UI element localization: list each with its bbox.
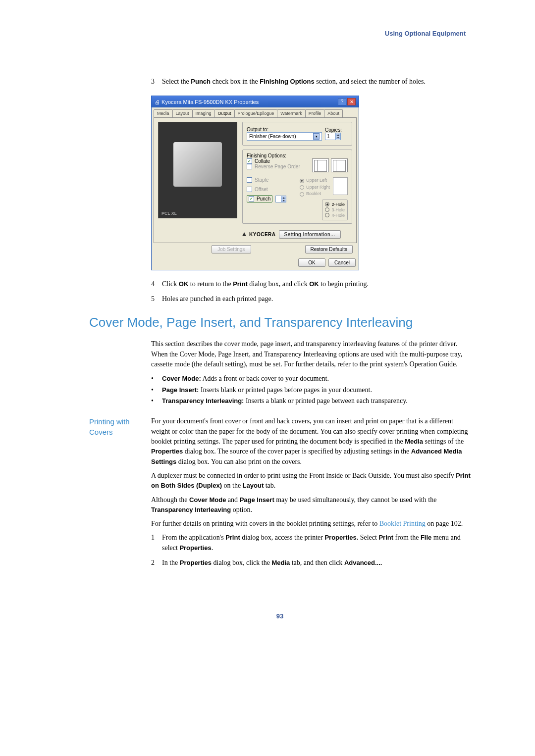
bold-ok: OK bbox=[179, 280, 189, 288]
link-booklet-printing[interactable]: Booklet Printing bbox=[379, 520, 426, 527]
tab-watermark[interactable]: Watermark bbox=[277, 109, 306, 117]
step-number: 3 bbox=[151, 77, 162, 87]
tab-layout[interactable]: Layout bbox=[172, 109, 193, 117]
collate-icon-1 bbox=[312, 158, 329, 172]
logo-text: KYOCERA bbox=[249, 232, 276, 237]
staple-label: Staple bbox=[255, 177, 268, 183]
chapter-header: Using Optional Equipment bbox=[89, 30, 471, 37]
tab-imaging[interactable]: Imaging bbox=[192, 109, 215, 117]
restore-defaults-button[interactable]: Restore Defaults bbox=[305, 245, 353, 253]
covers-p2: A duplexer must be connected in order to… bbox=[151, 471, 471, 491]
tab-output[interactable]: Output bbox=[214, 109, 235, 117]
reverse-checkbox[interactable]: Reverse Page Order bbox=[247, 164, 300, 169]
bold-file: File bbox=[421, 534, 431, 541]
covers-step-1: 1 From the application's Print dialog bo… bbox=[151, 533, 471, 553]
collate-icon-2 bbox=[331, 158, 348, 172]
help-button[interactable]: ? bbox=[338, 98, 346, 105]
step-number: 5 bbox=[151, 294, 162, 304]
text: dialog box. The source of the cover pape… bbox=[183, 448, 411, 455]
cancel-button[interactable]: Cancel bbox=[328, 258, 356, 267]
step-text: In the Properties dialog box, click the … bbox=[162, 558, 471, 568]
staple-checkbox[interactable]: Staple bbox=[247, 177, 295, 183]
punch-checkbox[interactable]: ✓Punch bbox=[247, 195, 272, 202]
text: Although the bbox=[151, 496, 189, 504]
radio-4hole[interactable]: 4-Hole bbox=[331, 213, 345, 218]
text: dialog box. You can also print on the co… bbox=[176, 458, 302, 465]
text: . bbox=[212, 544, 214, 552]
text: tab. bbox=[264, 482, 275, 489]
close-button[interactable]: ✕ bbox=[347, 98, 356, 105]
bullet-page-insert: • Page Insert: Inserts blank or printed … bbox=[151, 385, 471, 396]
punch-label: Punch bbox=[257, 196, 270, 202]
radio-3hole[interactable]: 3-Hole bbox=[331, 207, 345, 212]
step-text: Holes are punched in each printed page. bbox=[162, 294, 471, 304]
ok-button[interactable]: OK bbox=[298, 258, 325, 267]
text: In the bbox=[162, 559, 180, 566]
text: dialog box, and click bbox=[248, 280, 309, 288]
setting-information-button[interactable]: Setting Information... bbox=[279, 230, 341, 239]
text: to return to the bbox=[188, 280, 233, 288]
collate-label: Collate bbox=[255, 158, 270, 164]
printer-preview: PCL XL bbox=[158, 122, 237, 218]
radio-booklet[interactable]: Booklet bbox=[306, 191, 321, 198]
printer-image bbox=[173, 142, 222, 187]
radio-upper-left[interactable]: Upper Left bbox=[306, 177, 327, 184]
bold-transparency2: Transparency Interleaving bbox=[151, 506, 231, 513]
side-heading-printing-covers: Printing with Covers bbox=[89, 416, 151, 573]
finishing-options-label: Finishing Options: bbox=[247, 153, 348, 158]
tab-prologue[interactable]: Prologue/Epilogue bbox=[234, 109, 278, 117]
copies-spinner[interactable]: 1 ▲▼ bbox=[325, 133, 341, 140]
bold-print: Print bbox=[225, 534, 240, 541]
tab-media[interactable]: Media bbox=[154, 109, 173, 117]
output-to-select[interactable]: Finisher (Face-down) ▾ bbox=[247, 132, 322, 141]
page-number: 93 bbox=[89, 612, 471, 620]
text: check box in the bbox=[211, 78, 260, 85]
position-preview bbox=[333, 177, 348, 195]
hole-options: 2-Hole 3-Hole 4-Hole bbox=[322, 200, 348, 220]
text: dialog box, access the printer bbox=[240, 534, 325, 541]
radio-upper-right[interactable]: Upper Right bbox=[306, 184, 330, 191]
printer-icon: 🖨 bbox=[155, 99, 161, 105]
pcl-label: PCL XL bbox=[159, 209, 180, 218]
staple-position-radios: Upper Left Upper Right Booklet bbox=[300, 177, 330, 198]
bold-cover-mode: Cover Mode: bbox=[162, 375, 201, 382]
reverse-label: Reverse Page Order bbox=[255, 164, 300, 169]
offset-checkbox[interactable]: Offset bbox=[247, 187, 295, 192]
radio-2hole[interactable]: 2-Hole bbox=[331, 202, 345, 207]
copies-label: Copies: bbox=[325, 127, 348, 133]
bold-transparency: Transparency Interleaving: bbox=[162, 397, 244, 404]
bold-cover-mode2: Cover Mode bbox=[189, 496, 226, 504]
step-number: 1 bbox=[151, 533, 162, 553]
text: . Select bbox=[357, 534, 379, 541]
step-number: 4 bbox=[151, 279, 162, 289]
dialog-titlebar[interactable]: 🖨 Kyocera Mita FS-9500DN KX Properties ?… bbox=[152, 96, 359, 107]
tab-about[interactable]: About bbox=[324, 109, 343, 117]
text: Inserts a blank or printed page between … bbox=[244, 397, 407, 404]
bullet-cover-mode: • Cover Mode: Adds a front or back cover… bbox=[151, 373, 471, 384]
text: on the bbox=[222, 482, 243, 489]
bold-page-insert: Page Insert: bbox=[162, 386, 199, 394]
text: dialog box, click the bbox=[212, 559, 271, 566]
covers-p1: For your document's front cover or front… bbox=[151, 416, 471, 466]
text: Adds a front or back cover to your docum… bbox=[201, 375, 329, 382]
covers-p4: For further details on printing with cov… bbox=[151, 519, 471, 529]
down-arrow-icon[interactable]: ▼ bbox=[281, 199, 286, 202]
collate-checkbox[interactable]: ✓Collate bbox=[247, 158, 300, 164]
bold-page-insert2: Page Insert bbox=[240, 496, 274, 504]
step-text: Select the Punch check box in the Finish… bbox=[162, 77, 471, 87]
bold-properties2: Properties bbox=[179, 544, 211, 552]
chevron-down-icon[interactable]: ▾ bbox=[313, 133, 320, 140]
step-5: 5 Holes are punched in each printed page… bbox=[151, 294, 471, 304]
bold-media2: Media bbox=[271, 559, 290, 566]
bold-properties: Properties bbox=[151, 448, 183, 455]
dialog-tabs: Media Layout Imaging Output Prologue/Epi… bbox=[152, 107, 359, 117]
down-arrow-icon[interactable]: ▼ bbox=[336, 136, 340, 139]
text: From the application's bbox=[162, 534, 225, 541]
bold-punch: Punch bbox=[191, 78, 211, 85]
covers-p3: Although the Cover Mode and Page Insert … bbox=[151, 495, 471, 515]
text: settings of the bbox=[423, 438, 464, 445]
step-text: From the application's Print dialog box,… bbox=[162, 533, 471, 553]
step-text: Click OK to return to the Print dialog b… bbox=[162, 279, 471, 289]
punch-spinner[interactable]: ▲▼ bbox=[275, 196, 286, 202]
tab-profile[interactable]: Profile bbox=[305, 109, 325, 117]
